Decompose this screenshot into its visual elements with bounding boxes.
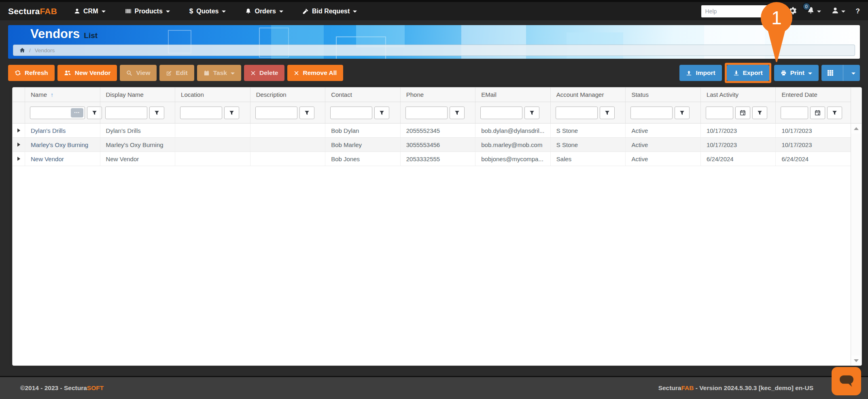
funnel-filter-button-phone[interactable] (450, 107, 465, 119)
help-search-input[interactable] (701, 5, 778, 17)
column-header-phone[interactable]: Phone (400, 87, 475, 102)
scrollbar-track[interactable] (851, 133, 862, 356)
funnel-filter-button-email[interactable] (524, 107, 539, 119)
funnel-filter-button-status[interactable] (675, 107, 690, 119)
cell-entered-date: 10/17/2023 (775, 138, 851, 151)
button-label: Task (213, 69, 227, 77)
scroll-down-button[interactable] (851, 356, 862, 365)
import-button[interactable]: Import (679, 65, 722, 81)
grid-filter-row (13, 102, 851, 124)
column-chooser-button[interactable] (821, 65, 860, 81)
row-expander[interactable] (13, 138, 25, 151)
button-label: View (136, 69, 150, 77)
version-brand: Sectura (658, 384, 681, 391)
copyright-prefix: ©2014 - 2023 - (20, 384, 64, 391)
user-menu-button[interactable] (832, 7, 845, 16)
column-header-email[interactable]: EMail (475, 87, 550, 102)
filter-input-last-activity[interactable] (706, 107, 733, 119)
edit-button[interactable]: Edit (159, 65, 194, 81)
table-row[interactable]: Marley's Oxy BurningMarley's Oxy Burning… (13, 138, 851, 152)
filter-input-phone[interactable] (405, 107, 448, 119)
filter-input-description[interactable] (255, 107, 297, 119)
column-header-status[interactable]: Status (625, 87, 700, 102)
column-header-last-activity[interactable]: Last Activity (700, 87, 776, 102)
column-header-description[interactable]: Description (250, 87, 325, 102)
filter-input-contact[interactable] (330, 107, 372, 119)
funnel-filter-button-location[interactable] (224, 107, 239, 119)
view-button[interactable]: View (120, 65, 157, 81)
funnel-filter-button-entered-date[interactable] (827, 107, 842, 119)
column-header-name[interactable]: Name (25, 87, 100, 102)
filter-input-display-name[interactable] (105, 107, 147, 119)
filter-cell-email (475, 102, 550, 123)
settings-button[interactable] (789, 7, 796, 16)
column-header-entered-date[interactable]: Entered Date (775, 87, 851, 102)
new-vendor-button[interactable]: New Vendor (57, 65, 117, 81)
menu-orders[interactable]: Orders (245, 8, 283, 15)
task-button[interactable]: Task (197, 65, 241, 81)
filter-cell-description (250, 102, 325, 123)
vertical-scrollbar[interactable] (851, 87, 862, 365)
filter-cell-account-manager (550, 102, 626, 123)
cell-name[interactable]: Dylan's Drills (25, 124, 100, 137)
grid-header-row: NameDisplay NameLocationDescriptionConta… (13, 87, 851, 102)
refresh-button[interactable]: Refresh (8, 65, 55, 81)
logo-suffix: FAB (40, 6, 57, 16)
calendar-button-entered-date[interactable] (810, 107, 825, 119)
cell-name[interactable]: New Vendor (25, 152, 100, 166)
chat-widget-button[interactable] (832, 367, 861, 395)
filter-input-email[interactable] (480, 107, 522, 119)
x-icon (294, 70, 299, 76)
notifications-button[interactable]: 0 (807, 6, 821, 16)
menu-label: Products (135, 8, 163, 15)
help-button[interactable]: ? (856, 7, 860, 15)
cell-name[interactable]: Marley's Oxy Burning (25, 138, 100, 151)
filter-input-location[interactable] (180, 107, 222, 119)
funnel-filter-button-display-name[interactable] (149, 107, 164, 119)
home-icon[interactable] (19, 47, 25, 53)
menu-bid-request[interactable]: Bid Request (303, 8, 357, 15)
row-expander[interactable] (13, 152, 25, 166)
remove-all-button[interactable]: Remove All (287, 65, 343, 81)
column-header-location[interactable]: Location (175, 87, 250, 102)
cell-status: Active (625, 152, 700, 166)
ellipsis-icon[interactable] (71, 108, 83, 117)
cell-last-activity: 10/17/2023 (700, 138, 776, 151)
row-expander[interactable] (13, 124, 25, 137)
delete-button[interactable]: Delete (244, 65, 285, 81)
filter-input-account-manager[interactable] (556, 107, 598, 119)
funnel-filter-button-last-activity[interactable] (752, 107, 767, 119)
export-button[interactable]: Export (727, 65, 769, 81)
upload-icon (686, 70, 692, 76)
app-logo[interactable]: SecturaFAB (8, 6, 57, 16)
print-button[interactable]: Print (774, 65, 819, 81)
search-icon (126, 70, 132, 76)
filter-input-status[interactable] (630, 107, 673, 119)
table-row[interactable]: Dylan's DrillsDylan's DrillsBob Dylan205… (13, 124, 851, 138)
menu-products[interactable]: Products (125, 8, 170, 15)
column-header-account-manager[interactable]: Account Manager (550, 87, 626, 102)
menu-quotes[interactable]: Quotes (189, 7, 226, 15)
column-header-contact[interactable]: Contact (325, 87, 400, 102)
chevron-down-icon (102, 11, 106, 13)
calendar-icon (204, 70, 210, 76)
filter-input-entered-date[interactable] (781, 107, 808, 119)
column-label: Description (256, 91, 287, 98)
button-label: New Vendor (75, 69, 111, 77)
calendar-button-last-activity[interactable] (735, 107, 750, 119)
funnel-filter-button-description[interactable] (299, 107, 314, 119)
table-row[interactable]: New VendorNew VendorBob Jones2053332555b… (13, 152, 851, 166)
page-title: Vendors List (30, 27, 98, 41)
cell-email: bob.dylan@dylansdril... (475, 124, 550, 137)
footer: ©2014 - 2023 - SecturaSOFT SecturaFAB - … (0, 376, 868, 399)
refresh-icon (15, 70, 21, 76)
user-icon (74, 8, 80, 14)
funnel-filter-button-account-manager[interactable] (600, 107, 615, 119)
column-label: Entered Date (781, 91, 817, 98)
cell-status: Active (625, 124, 700, 137)
menu-crm[interactable]: CRM (74, 8, 105, 15)
cell-phone: 2053332555 (400, 152, 475, 166)
scroll-up-button[interactable] (851, 124, 862, 133)
column-header-display-name[interactable]: Display Name (100, 87, 175, 102)
funnel-filter-button-contact[interactable] (374, 107, 389, 119)
